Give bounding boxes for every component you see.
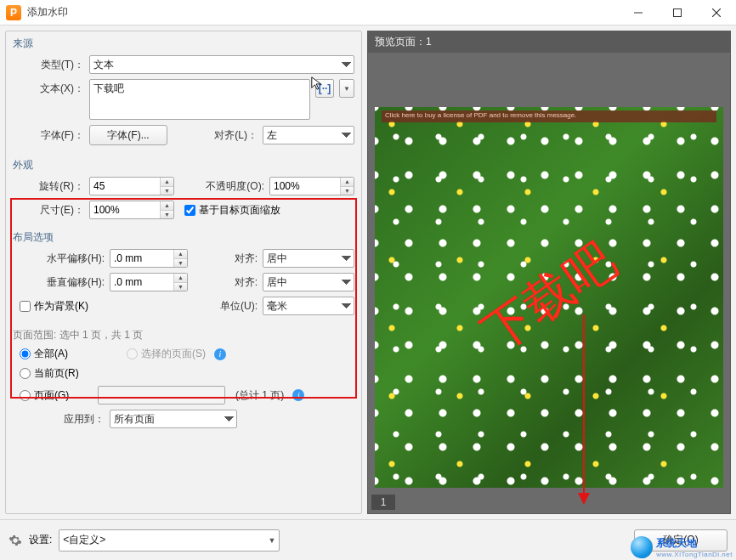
ok-button[interactable]: 确定(O) [634,529,728,552]
spin-down[interactable]: ▼ [161,187,173,195]
section-range-title: 页面范围: 选中 1 页，共 1 页 [6,323,361,344]
voffset-value[interactable] [110,274,173,290]
hoffset-value[interactable] [110,251,173,266]
spin-up[interactable]: ▲ [174,274,187,283]
text-align-select[interactable]: 左 [263,126,354,144]
range-current-label: 当前页(R) [34,366,79,381]
scale-spinner[interactable]: ▲▼ [89,201,174,219]
apply-select[interactable]: 所有页面 [110,410,237,428]
spin-down[interactable]: ▼ [341,187,354,195]
settings-label: 设置: [29,533,52,547]
spin-up[interactable]: ▲ [161,201,173,211]
bottom-bar: 设置: <自定义> ▼ 确定(O) [0,519,736,560]
hoffset-label: 水平偏移(H): [13,252,105,266]
text-dropdown-button[interactable]: ▼ [339,79,354,98]
voffset-label: 垂直偏移(H): [13,275,105,290]
page-indicator[interactable]: 1 [371,495,395,510]
range-pages-field [98,386,225,404]
app-icon: P [6,5,21,20]
chevron-down-icon: ▼ [268,536,275,545]
rotate-spinner[interactable]: ▲▼ [89,177,174,195]
range-selected-label: 选择的页面(S) [141,347,206,361]
unit-select[interactable]: 毫米 [263,297,354,315]
preview-panel: 预览页面：1 Click here to buy a license of PD… [367,31,731,514]
range-pages-radio[interactable]: 页面(G) [20,388,93,403]
preview-header: 预览页面：1 [367,31,731,53]
info-icon[interactable]: i [292,389,304,401]
spin-down[interactable]: ▼ [174,283,187,291]
preview-body: Click here to buy a license of PDF and t… [367,53,731,514]
watermark-text: 下载吧 [469,228,628,367]
range-selected-input [127,348,138,359]
title-bar: P 添加水印 [0,0,736,25]
halign-label: 对齐: [225,252,258,266]
maximize-button[interactable] [658,0,697,25]
spin-down[interactable]: ▼ [174,259,187,268]
font-label: 字体(F)： [13,128,84,143]
opacity-value[interactable] [270,178,340,194]
valign-select[interactable]: 居中 [263,273,354,291]
section-layout-title: 布局选项 [6,225,361,246]
voffset-spinner[interactable]: ▲▼ [110,273,188,291]
spin-up[interactable]: ▲ [161,178,173,187]
halign-select[interactable]: 居中 [263,249,354,268]
rotate-value[interactable] [90,178,160,194]
range-current-input[interactable] [20,368,31,379]
macro-button[interactable]: [··] [315,79,334,98]
scale-label: 尺寸(E)： [13,203,84,218]
close-button[interactable] [697,0,736,25]
settings-preset-combo[interactable]: <自定义> ▼ [59,529,280,552]
range-all-input[interactable] [20,348,31,359]
as-background-checkbox[interactable]: 作为背景(K) [20,299,88,314]
range-pages-label: 页面(G) [34,388,69,403]
scale-relative-label: 基于目标页面缩放 [199,203,280,218]
spin-up[interactable]: ▲ [174,250,187,259]
apply-label: 应用到： [13,412,105,427]
window-title: 添加水印 [27,5,68,20]
valign-label: 对齐: [225,275,258,290]
scale-value[interactable] [90,202,160,218]
range-pages-input[interactable] [20,390,31,401]
rotate-label: 旋转(R)： [13,179,84,194]
as-background-input[interactable] [20,301,31,312]
opacity-spinner[interactable]: ▲▼ [269,177,354,195]
range-selected-radio: 选择的页面(S) [127,347,206,361]
section-appearance-title: 外观 [6,153,361,174]
text-label: 文本(X)： [13,79,84,96]
text-align-label: 对齐(L)： [207,128,258,143]
range-pages-total: (总计 1 页) [235,388,284,403]
client-area: 来源 类型(T)： 文本 文本(X)： [··] ▼ 字体(F)： 字体(F).… [0,25,736,519]
range-current-radio[interactable]: 当前页(R) [20,366,79,381]
minimize-button[interactable] [619,0,658,25]
spin-up[interactable]: ▲ [341,178,354,187]
preview-image: Click here to buy a license of PDF and t… [375,107,723,488]
hoffset-spinner[interactable]: ▲▼ [110,249,188,268]
type-label: 类型(T)： [13,58,84,72]
opacity-label: 不透明度(O): [195,179,264,194]
settings-preset-value: <自定义> [63,533,105,547]
gear-icon [8,534,22,547]
spin-down[interactable]: ▼ [161,211,173,219]
type-select[interactable]: 文本 [89,55,354,74]
font-button[interactable]: 字体(F)... [89,125,167,145]
unit-label: 单位(U): [210,299,258,314]
info-icon[interactable]: i [214,348,226,360]
scale-relative-checkbox[interactable]: 基于目标页面缩放 [184,203,280,218]
svg-rect-1 [674,8,682,16]
scale-relative-input[interactable] [184,205,195,216]
range-all-label: 全部(A) [34,347,68,361]
trial-banner: Click here to buy a license of PDF and t… [382,110,716,122]
settings-panel: 来源 类型(T)： 文本 文本(X)： [··] ▼ 字体(F)： 字体(F).… [5,31,362,514]
text-input[interactable] [89,79,310,120]
section-source-title: 来源 [6,31,361,53]
as-background-label: 作为背景(K) [34,299,88,314]
range-all-radio[interactable]: 全部(A) [20,347,122,361]
